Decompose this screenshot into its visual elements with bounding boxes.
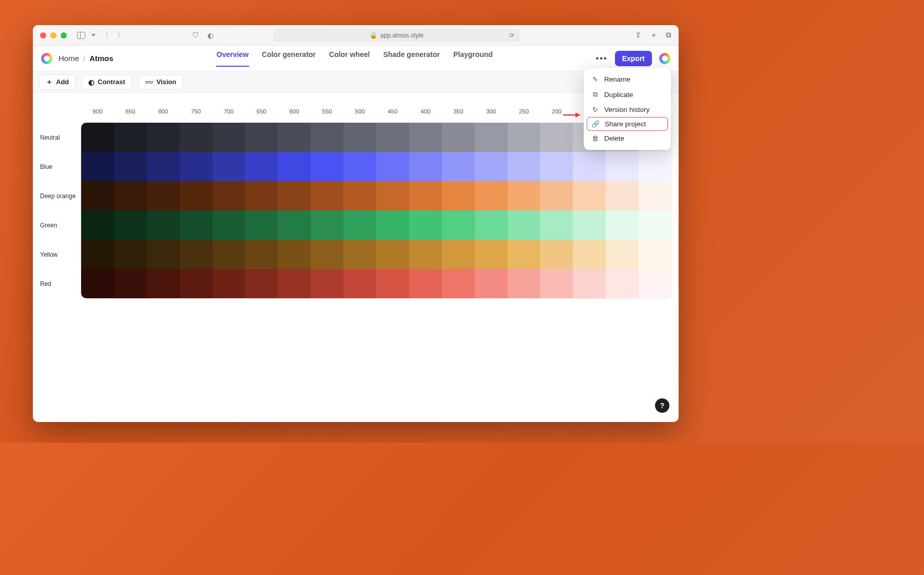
swatch[interactable] xyxy=(343,123,376,152)
swatch[interactable] xyxy=(508,123,541,152)
swatch[interactable] xyxy=(147,152,180,181)
tab-groups-chevron-icon[interactable] xyxy=(91,34,95,36)
swatch[interactable] xyxy=(114,210,147,240)
swatch[interactable] xyxy=(180,181,213,210)
add-button[interactable]: ＋ Add xyxy=(39,74,75,90)
swatch[interactable] xyxy=(278,181,311,210)
swatch[interactable] xyxy=(278,240,311,269)
swatch[interactable] xyxy=(442,181,475,210)
close-window-icon[interactable] xyxy=(40,32,46,39)
nav-forward-button[interactable]: 〉 xyxy=(115,31,126,40)
swatch[interactable] xyxy=(278,269,311,298)
swatch[interactable] xyxy=(180,269,213,298)
swatch[interactable] xyxy=(114,123,147,152)
swatch[interactable] xyxy=(409,181,442,210)
nav-back-button[interactable]: 〈 xyxy=(100,31,111,40)
swatch[interactable] xyxy=(409,152,442,181)
swatch[interactable] xyxy=(180,123,213,152)
swatch[interactable] xyxy=(213,269,245,298)
swatch[interactable] xyxy=(475,269,508,298)
swatch[interactable] xyxy=(81,240,114,269)
swatch[interactable] xyxy=(573,269,606,298)
swatch[interactable] xyxy=(475,181,508,210)
swatch[interactable] xyxy=(147,240,180,269)
swatch[interactable] xyxy=(81,181,114,210)
swatch[interactable] xyxy=(343,269,376,298)
tab-overview-icon[interactable]: ⧉ xyxy=(666,30,671,40)
swatch[interactable] xyxy=(81,123,114,152)
swatch[interactable] xyxy=(343,152,376,181)
swatch[interactable] xyxy=(606,152,639,181)
swatch[interactable] xyxy=(573,240,606,269)
breadcrumb-home[interactable]: Home xyxy=(59,54,79,63)
breadcrumb-project[interactable]: Atmos xyxy=(89,54,113,63)
swatch[interactable] xyxy=(114,152,147,181)
menu-item-version-history[interactable]: ↻Version history xyxy=(584,102,671,117)
swatch[interactable] xyxy=(376,181,409,210)
swatch[interactable] xyxy=(606,240,639,269)
swatch[interactable] xyxy=(508,240,541,269)
minimize-window-icon[interactable] xyxy=(50,32,56,39)
swatch[interactable] xyxy=(508,181,541,210)
new-tab-icon[interactable]: ＋ xyxy=(650,30,658,40)
swatch[interactable] xyxy=(475,210,508,240)
swatch[interactable] xyxy=(639,210,671,240)
swatch[interactable] xyxy=(540,152,573,181)
swatch[interactable] xyxy=(245,123,278,152)
swatch[interactable] xyxy=(606,181,639,210)
tab-overview[interactable]: Overview xyxy=(216,50,249,67)
swatch[interactable] xyxy=(540,181,573,210)
swatch[interactable] xyxy=(573,152,606,181)
swatch[interactable] xyxy=(147,210,180,240)
swatch[interactable] xyxy=(376,152,409,181)
menu-item-rename[interactable]: ✎Rename xyxy=(584,72,671,87)
swatch[interactable] xyxy=(442,123,475,152)
swatch[interactable] xyxy=(180,210,213,240)
swatch[interactable] xyxy=(573,181,606,210)
share-icon[interactable]: ⇪ xyxy=(635,30,642,40)
swatch[interactable] xyxy=(540,123,573,152)
swatch[interactable] xyxy=(376,123,409,152)
swatch[interactable] xyxy=(213,240,245,269)
swatch[interactable] xyxy=(475,123,508,152)
swatch[interactable] xyxy=(409,123,442,152)
app-logo-icon[interactable] xyxy=(41,53,52,64)
tab-color-generator[interactable]: Color generator xyxy=(261,50,316,67)
swatch[interactable] xyxy=(81,210,114,240)
swatch[interactable] xyxy=(245,269,278,298)
swatch[interactable] xyxy=(213,123,245,152)
swatch[interactable] xyxy=(343,181,376,210)
swatch[interactable] xyxy=(442,269,475,298)
swatch[interactable] xyxy=(573,210,606,240)
swatch[interactable] xyxy=(475,240,508,269)
tab-color-wheel[interactable]: Color wheel xyxy=(329,50,370,67)
reload-icon[interactable]: ⟳ xyxy=(509,32,514,39)
tab-playground[interactable]: Playground xyxy=(453,50,493,67)
swatch[interactable] xyxy=(114,240,147,269)
swatch[interactable] xyxy=(81,269,114,298)
swatch[interactable] xyxy=(540,240,573,269)
swatch[interactable] xyxy=(245,181,278,210)
swatch[interactable] xyxy=(442,152,475,181)
swatch[interactable] xyxy=(376,210,409,240)
swatch[interactable] xyxy=(343,240,376,269)
swatch[interactable] xyxy=(278,123,311,152)
export-button[interactable]: Export xyxy=(615,51,652,66)
vision-button[interactable]: 👓 Vision xyxy=(138,75,183,89)
fullscreen-window-icon[interactable] xyxy=(61,32,67,39)
swatch[interactable] xyxy=(245,240,278,269)
swatch[interactable] xyxy=(639,181,671,210)
swatch[interactable] xyxy=(639,240,671,269)
swatch[interactable] xyxy=(311,123,343,152)
swatch[interactable] xyxy=(508,210,541,240)
swatch[interactable] xyxy=(213,152,245,181)
swatch[interactable] xyxy=(409,269,442,298)
swatch[interactable] xyxy=(213,210,245,240)
swatch[interactable] xyxy=(311,240,343,269)
privacy-shield-icon[interactable]: ⛉ xyxy=(192,31,199,40)
swatch[interactable] xyxy=(540,210,573,240)
swatch[interactable] xyxy=(343,210,376,240)
tab-shade-generator[interactable]: Shade generator xyxy=(382,50,440,67)
menu-item-delete[interactable]: 🗑Delete xyxy=(584,131,671,146)
menu-item-duplicate[interactable]: ⧉Duplicate xyxy=(584,87,671,102)
